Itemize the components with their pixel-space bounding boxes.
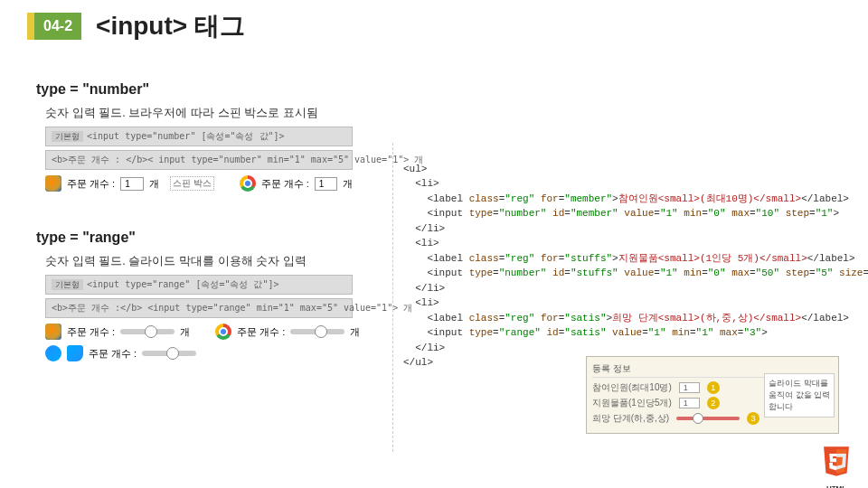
browser-label: 주문 개수 : — [67, 177, 115, 191]
code-ex-prefix: <b>주문 개수 : </b> — [52, 155, 147, 164]
callout-2-icon: 2 — [707, 397, 720, 409]
code-basic-text: <input type="range" [속성="속성 값"]> — [87, 279, 279, 289]
range-browser-row-1: 주문 개수 : 개 주문 개수 : 개 — [45, 324, 389, 340]
code-ex-prefix: <b>주문 개수 :</b> — [52, 303, 142, 313]
firefox-icon — [45, 324, 61, 340]
range-input-sample[interactable] — [142, 351, 196, 356]
browser-label: 주문 개수 : — [237, 325, 285, 339]
browser-suffix: 개 — [350, 325, 360, 339]
chapter-badge: 04-2 — [27, 13, 81, 40]
firefox-icon — [45, 175, 61, 192]
code-basic-label: 기본형 — [52, 131, 83, 142]
page-title: <input> 태그 — [96, 9, 245, 43]
ie-icon — [45, 345, 61, 361]
browser-suffix: 개 — [343, 177, 353, 191]
result-number-input[interactable]: 1 — [679, 398, 700, 408]
range-code-ex-row: <b>주문 개수 :</b> <input type="range" min="… — [45, 298, 389, 318]
browser-row-ff-chrome: 주문 개수 : 1 개 스핀 박스 주문 개수 : 1 개 — [45, 175, 389, 192]
browser-suffix: 개 — [149, 177, 159, 191]
code-ex-row: <b>주문 개수 : </b>< input type="number" min… — [45, 150, 389, 170]
browser-suffix: 개 — [180, 325, 190, 339]
section-range-heading: type = "range" — [36, 230, 389, 246]
chrome-icon — [215, 324, 231, 340]
number-input-sample[interactable]: 1 — [315, 177, 338, 191]
browser-label: 주문 개수 : — [261, 177, 309, 191]
callout-1-icon: 1 — [707, 381, 720, 394]
code-sample-panel: <ul> <li> <label class="reg" for="member… — [403, 146, 868, 371]
range-code-basic-row: 기본형<input type="range" [속성="속성 값"]> — [45, 275, 389, 295]
code-ex-text: <input type="range" min="1" max="5" valu… — [142, 303, 412, 313]
spin-caption: 스핀 박스 — [170, 176, 214, 191]
code-basic-label: 기본형 — [52, 279, 83, 290]
chrome-icon — [240, 175, 256, 192]
result-tooltip: 슬라이드 막대를 움직여 값을 입력합니다 — [764, 373, 835, 418]
range-browser-row-2: 주문 개수 : — [45, 345, 389, 361]
result-preview-panel: 등록 정보 참여인원(최대10명) 1 1 지원물품(1인당5개) 1 2 희망… — [586, 356, 839, 434]
section-number-heading: type = "number" — [36, 81, 389, 98]
code-basic-row: 기본형<input type="number" [속성="속성 값"]> — [45, 127, 389, 146]
browser-label: 주문 개수 : — [67, 325, 115, 339]
section-number-desc: 숫자 입력 필드. 브라우저에 따라 스핀 박스로 표시됨 — [45, 105, 389, 121]
code-basic-text: <input type="number" [속성="속성 값"]> — [87, 131, 285, 141]
result-label: 희망 단계(하,중,상) — [592, 412, 669, 425]
callout-3-icon: 3 — [747, 412, 760, 425]
browser-label: 주문 개수 : — [89, 347, 137, 361]
html5-logo-icon: HTML — [821, 445, 852, 481]
result-number-input[interactable]: 1 — [679, 382, 700, 393]
result-label: 지원물품(1인당5개) — [592, 397, 672, 409]
vertical-divider — [392, 143, 393, 452]
number-input-sample[interactable]: 1 — [120, 177, 144, 191]
result-range-input[interactable] — [676, 417, 740, 420]
range-input-sample[interactable] — [120, 329, 175, 334]
section-range-desc: 숫자 입력 필드. 슬라이드 막대를 이용해 숫자 입력 — [45, 253, 389, 269]
edge-icon — [67, 345, 83, 361]
html5-logo-text: HTML — [821, 484, 852, 488]
result-label: 참여인원(최대10명) — [592, 381, 672, 394]
code-ex-text: < input type="number" min="1" max="5" va… — [147, 155, 423, 164]
range-input-sample[interactable] — [290, 329, 344, 334]
